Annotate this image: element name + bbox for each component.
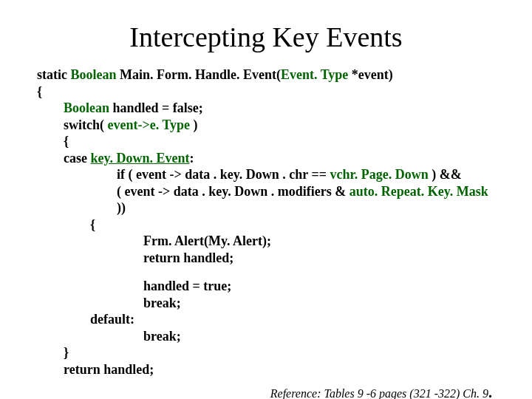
code-line: switch( event->e. Type ): [37, 117, 495, 134]
code-line: return handled;: [37, 250, 495, 267]
code-line: break;: [37, 295, 495, 312]
code-line: ( event -> data . key. Down . modifiers …: [37, 183, 495, 216]
code-line: }: [37, 344, 495, 361]
code-line: static Boolean Main. Form. Handle. Event…: [37, 66, 495, 83]
code-line: default:: [37, 311, 495, 328]
code-line: case key. Down. Event:: [37, 150, 495, 167]
code-line: handled = true;: [37, 278, 495, 295]
code-line: Boolean handled = false;: [37, 100, 495, 117]
code-line: Frm. Alert(My. Alert);: [37, 233, 495, 250]
code-line: if ( event -> data . key. Down . chr == …: [37, 166, 495, 183]
code-block: static Boolean Main. Form. Handle. Event…: [37, 66, 495, 399]
code-line: {: [37, 83, 495, 100]
code-line: {: [37, 133, 495, 150]
blank-line: [37, 266, 495, 278]
slide: Intercepting Key Events static Boolean M…: [0, 0, 532, 399]
code-line: return handled;: [37, 361, 495, 378]
slide-title: Intercepting Key Events: [37, 7, 495, 53]
code-line: break;: [37, 328, 495, 345]
reference-note: Reference: Tables 9 -6 pages (321 -322) …: [37, 383, 495, 399]
code-line: {: [37, 216, 495, 233]
